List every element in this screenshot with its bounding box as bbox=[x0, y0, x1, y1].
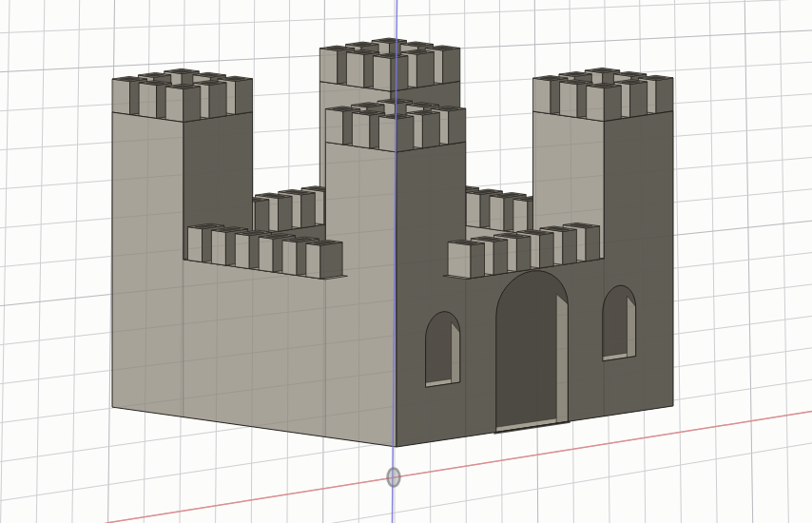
cad-viewport[interactable] bbox=[0, 0, 812, 523]
viewport-canvas[interactable] bbox=[0, 0, 812, 523]
origin-marker[interactable] bbox=[388, 469, 400, 487]
